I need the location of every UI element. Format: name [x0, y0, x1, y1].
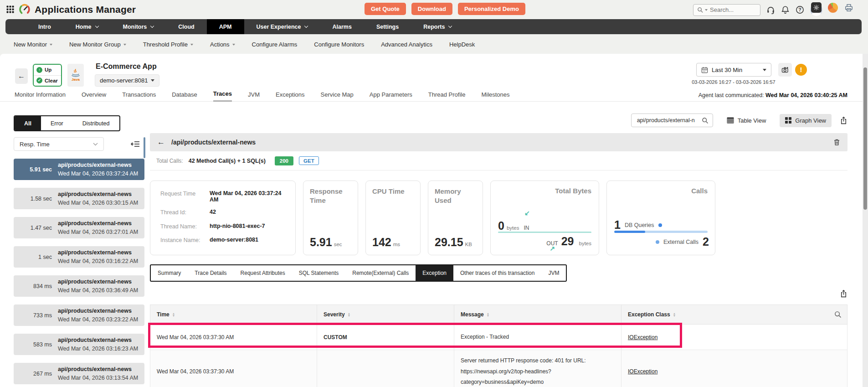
pie-chart-icon[interactable] — [828, 3, 838, 13]
monitor-tab[interactable]: Traces — [213, 90, 232, 102]
trace-detail-panel: Table View Graph View — [145, 102, 868, 387]
monitor-tab[interactable]: JVM — [248, 91, 260, 102]
vertical-scrollbar[interactable] — [863, 54, 868, 387]
db-queries-dot — [658, 223, 662, 227]
trace-filter-option[interactable]: All — [15, 116, 41, 130]
trace-list-item[interactable]: 5.91 sec api/products/external-news Wed … — [14, 159, 144, 180]
trace-list-item[interactable]: 733 ms api/products/external-news Wed Ma… — [14, 304, 144, 326]
exception-class-link[interactable]: IOException — [628, 368, 657, 375]
warning-badge[interactable]: ! — [795, 64, 807, 76]
trace-list-item[interactable]: 1 sec api/products/external-news Wed Mar… — [14, 246, 144, 268]
global-search-input[interactable] — [709, 6, 756, 14]
trace-list-item[interactable]: 583 ms api/products/external-news Wed Ma… — [14, 334, 144, 355]
info-row: Request Time Wed Mar 04, 2026 03:37:24 A… — [160, 190, 285, 203]
screenshot-camera-button[interactable] — [778, 63, 792, 77]
nav-item[interactable]: Settings — [364, 19, 411, 34]
trace-search-input[interactable] — [636, 117, 699, 124]
nav-item[interactable]: Reports — [411, 19, 464, 34]
monitor-tab[interactable]: Monitor Information — [15, 91, 66, 102]
nav-item[interactable]: Home — [63, 19, 111, 34]
monitor-tab[interactable]: Transactions — [122, 91, 156, 102]
nav-item[interactable]: Cloud — [166, 19, 206, 34]
trace-detail-tab[interactable]: Request Attributes — [234, 265, 292, 281]
cta-button[interactable]: Download — [411, 3, 452, 15]
subnav-item[interactable]: New Monitor — [14, 41, 52, 48]
monitor-tab[interactable]: Milestones — [481, 91, 509, 102]
back-button[interactable]: ← — [15, 68, 28, 84]
graph-view-button[interactable]: Graph View — [780, 114, 832, 127]
monitor-tab[interactable]: Overview — [82, 91, 106, 102]
trace-filter-option[interactable]: Error — [41, 116, 73, 130]
export-share-icon[interactable] — [840, 116, 847, 124]
subnav-item[interactable]: Advanced Analytics — [381, 41, 432, 48]
trace-list-item[interactable]: 1.47 sec api/products/external-news Wed … — [14, 217, 144, 238]
exception-class-link[interactable]: IOException — [628, 334, 657, 341]
export-share-icon[interactable] — [840, 289, 847, 298]
delete-trace-icon[interactable] — [833, 139, 840, 146]
exception-row[interactable]: Wed Mar 04, 2026 03:37:30 AM Server retu… — [150, 350, 847, 387]
nav-item[interactable]: APM — [207, 19, 244, 34]
trace-detail-tab[interactable]: Trace Details — [188, 265, 233, 281]
trace-date: Wed Mar 04, 2026 03:16:23 AM — [58, 345, 138, 353]
sort-by-select[interactable]: Resp. Time — [14, 137, 104, 151]
monitor-tab[interactable]: Exceptions — [276, 91, 305, 102]
subnav-item[interactable]: Actions — [210, 41, 235, 48]
sort-icon[interactable]: ▲▼ — [172, 312, 175, 317]
sort-icon[interactable]: ▲▼ — [348, 312, 350, 317]
trace-response-time: 5.91 sec — [19, 166, 52, 173]
instance-select[interactable]: demo-server:8081 — [95, 74, 159, 87]
trace-detail-tab[interactable]: Exception — [416, 265, 453, 281]
trace-list-item[interactable]: 267 ms api/products/external-news Wed Ma… — [14, 363, 144, 384]
help-icon[interactable]: ? — [796, 5, 804, 14]
gear-icon[interactable] — [811, 2, 822, 13]
global-search[interactable] — [693, 4, 760, 16]
sort-icon[interactable]: ▲▼ — [487, 312, 489, 317]
support-headset-icon[interactable] — [766, 5, 775, 14]
trace-detail-tab[interactable]: Summary — [151, 265, 188, 281]
subnav-item[interactable]: New Monitor Group — [69, 41, 126, 48]
subnav-item[interactable]: Configure Alarms — [252, 41, 298, 48]
exception-time-cell: Wed Mar 04, 2026 03:37:30 AM — [150, 325, 317, 350]
cta-button[interactable]: Personalized Demo — [458, 3, 525, 15]
nav-item[interactable]: Monitors — [111, 19, 166, 34]
exception-severity-cell — [317, 350, 454, 387]
printer-icon[interactable] — [844, 3, 853, 12]
table-view-button[interactable]: Table View — [721, 114, 772, 127]
trace-list-item[interactable]: 834 ms api/products/external-news Wed Ma… — [14, 275, 144, 297]
trace-response-time: 834 ms — [19, 283, 52, 289]
time-range-select[interactable]: Last 30 Min — [696, 63, 771, 77]
trace-date: Wed Mar 04, 2026 03:30:15 AM — [58, 199, 138, 207]
monitor-tab[interactable]: App Parameters — [370, 91, 412, 102]
notifications-bell-icon[interactable] — [781, 5, 790, 14]
scrollbar-thumb[interactable] — [863, 67, 867, 210]
cta-button[interactable]: Get Quote — [365, 3, 406, 15]
exception-message-cell: Exception - Tracked — [454, 325, 621, 350]
trace-filter-option[interactable]: Distributed — [73, 116, 119, 130]
sort-icon[interactable]: ▲▼ — [673, 312, 676, 317]
nav-item[interactable]: Intro — [26, 19, 63, 34]
subnav-item[interactable]: Configure Monitors — [314, 41, 364, 48]
trace-detail-tab[interactable]: SQL Statements — [292, 265, 346, 281]
chevron-down-icon — [150, 24, 154, 27]
trace-detail-tab[interactable]: Other traces of this transaction — [453, 265, 541, 281]
trace-detail-tab[interactable]: JVM — [541, 265, 566, 281]
nav-item[interactable]: User Experience — [244, 19, 320, 34]
trace-list-item[interactable]: 1.58 sec api/products/external-news Wed … — [14, 188, 144, 209]
monitor-tab[interactable]: Database — [172, 91, 197, 102]
search-scope-caret-icon[interactable] — [705, 9, 708, 11]
monitor-tab[interactable]: Thread Profile — [428, 91, 466, 102]
trace-list: 5.91 sec api/products/external-news Wed … — [14, 159, 144, 384]
trace-search[interactable] — [631, 114, 713, 127]
trace-back-button[interactable]: ← — [157, 138, 165, 147]
search-icon[interactable] — [702, 117, 709, 124]
nav-item[interactable]: Alarms — [320, 19, 364, 34]
monitor-tab[interactable]: Service Map — [321, 91, 354, 102]
subnav-item[interactable]: Threshold Profile — [143, 41, 193, 48]
chevron-down-icon — [448, 24, 452, 27]
trace-detail-tab[interactable]: Remote(External) Calls — [345, 265, 416, 281]
table-search-icon[interactable] — [834, 311, 842, 318]
subnav-item[interactable]: HelpDesk — [449, 41, 475, 48]
exception-row[interactable]: Wed Mar 04, 2026 03:37:30 AM CUSTOM Exce… — [150, 325, 847, 350]
collapse-panel-icon[interactable] — [131, 140, 140, 148]
apps-grid-icon[interactable] — [6, 5, 14, 13]
